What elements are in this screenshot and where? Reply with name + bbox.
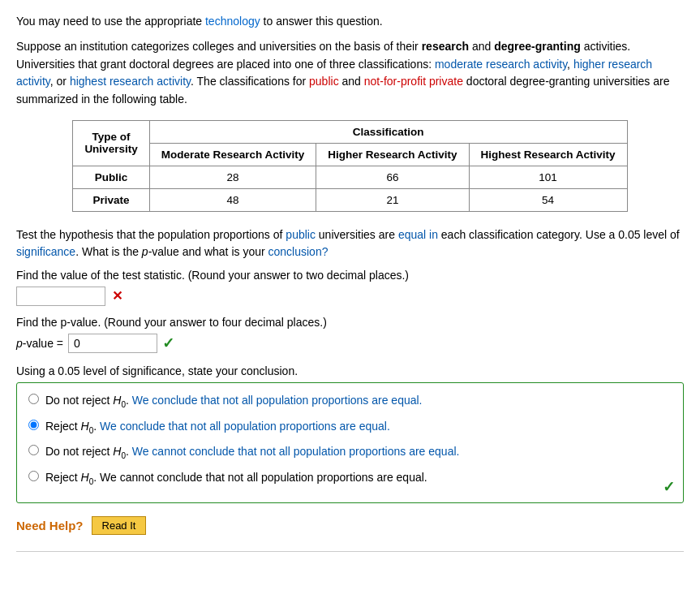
radio-opt2-label[interactable]: Reject H0. We conclude that not all popu… [45, 418, 390, 437]
table-header-type: Type ofUniversity [73, 120, 149, 166]
need-help-label: Need Help? [16, 519, 84, 532]
q1-label: Find the value of the test statistic. (R… [16, 269, 684, 282]
radio-option-4: Reject H0. We cannot conclude that not a… [28, 468, 672, 488]
conclusion-options-box: Do not reject H0. We conclude that not a… [16, 382, 684, 503]
conclusion-correct-icon: ✓ [663, 478, 675, 496]
read-it-button[interactable]: Read It [92, 516, 147, 535]
radio-option-1: Do not reject H0. We conclude that not a… [28, 391, 672, 411]
radio-opt3[interactable] [28, 445, 39, 455]
table-col-higher: Higher Research Activity [316, 143, 469, 166]
problem-description: Suppose an institution categorizes colle… [16, 38, 684, 109]
table-col-moderate: Moderate Research Activity [149, 143, 316, 166]
table-cell-private-moderate: 48 [149, 188, 316, 211]
intro-line1: You may need to use the appropriate tech… [16, 13, 684, 30]
pvalue-input[interactable] [68, 334, 157, 353]
q2-label: Find the p-value. (Round your answer to … [16, 316, 684, 329]
radio-option-3: Do not reject H0. We cannot conclude tha… [28, 442, 672, 462]
table-row-private: Private 48 21 54 [73, 188, 627, 211]
hypothesis-text: Test the hypothesis that the population … [16, 226, 684, 261]
q2-correct-icon: ✓ [162, 334, 174, 352]
q3-label: Using a 0.05 level of significance, stat… [16, 364, 684, 377]
classification-table: Type ofUniversity Classification Moderat… [72, 120, 627, 212]
table-row-public: Public 28 66 101 [73, 166, 627, 188]
need-help-row: Need Help? Read It [16, 516, 684, 535]
table-cell-public-moderate: 28 [149, 166, 316, 188]
radio-option-2: Reject H0. We conclude that not all popu… [28, 417, 672, 437]
table-cell-public-highest: 101 [469, 166, 627, 188]
table-cell-private-label: Private [73, 188, 149, 211]
q2-input-row: p-value = ✓ [16, 334, 684, 353]
radio-opt1[interactable] [28, 394, 39, 404]
table-header-classification: Classification [149, 120, 627, 143]
test-statistic-input[interactable] [16, 287, 105, 306]
data-table-wrapper: Type ofUniversity Classification Moderat… [16, 120, 684, 212]
technology-link[interactable]: technology [205, 15, 260, 28]
table-cell-public-higher: 66 [316, 166, 469, 188]
radio-opt3-label[interactable]: Do not reject H0. We cannot conclude tha… [45, 443, 459, 462]
table-col-highest: Highest Research Activity [469, 143, 627, 166]
pvalue-prefix: p-value = [16, 337, 63, 350]
radio-opt4[interactable] [28, 471, 39, 481]
q1-wrong-icon: ✕ [112, 288, 122, 304]
table-cell-private-higher: 21 [316, 188, 469, 211]
radio-opt1-label[interactable]: Do not reject H0. We conclude that not a… [45, 392, 423, 411]
radio-opt2[interactable] [28, 420, 39, 430]
table-cell-public-label: Public [73, 166, 149, 188]
table-cell-private-highest: 54 [469, 188, 627, 211]
radio-opt4-label[interactable]: Reject H0. We cannot conclude that not a… [45, 469, 427, 488]
bottom-divider [16, 551, 684, 552]
q1-input-row: ✕ [16, 287, 684, 306]
